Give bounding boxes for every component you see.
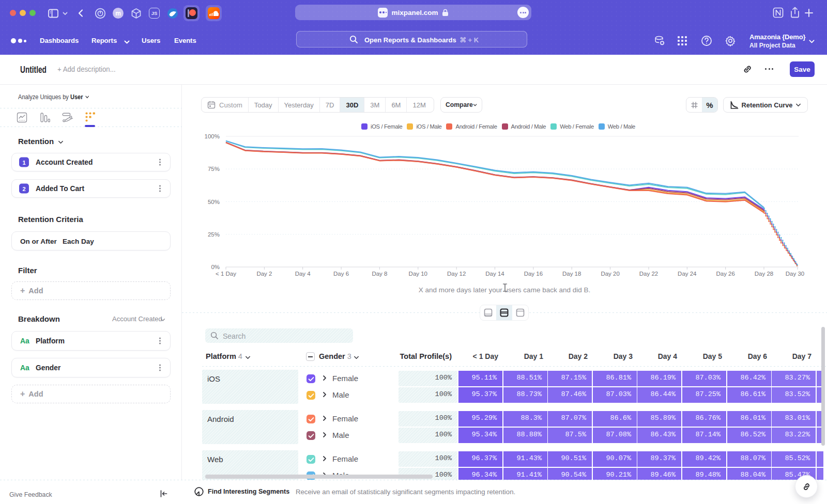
svg-text:Day 24: Day 24 [678,271,697,277]
svg-text:Day 12: Day 12 [447,271,466,277]
svg-text:0%: 0% [211,264,220,270]
svg-text:100%: 100% [205,133,220,139]
svg-text:Day 22: Day 22 [639,271,658,277]
svg-text:Day 28: Day 28 [755,271,773,277]
svg-text:Day 26: Day 26 [716,271,734,277]
svg-text:Day 16: Day 16 [524,271,543,277]
svg-text:Day 2: Day 2 [256,271,272,277]
svg-text:Day 18: Day 18 [562,271,581,277]
svg-text:Day 10: Day 10 [409,271,427,277]
svg-text:50%: 50% [208,199,220,205]
svg-text:Day 4: Day 4 [295,271,311,277]
svg-text:Day 30: Day 30 [786,271,804,277]
svg-text:Day 6: Day 6 [333,271,349,277]
svg-text:Day 14: Day 14 [485,271,504,277]
svg-text:Day 20: Day 20 [601,271,619,277]
svg-text:< 1 Day: < 1 Day [216,271,236,277]
svg-text:75%: 75% [208,166,220,172]
svg-text:25%: 25% [208,231,220,238]
svg-text:Day 8: Day 8 [372,271,387,277]
